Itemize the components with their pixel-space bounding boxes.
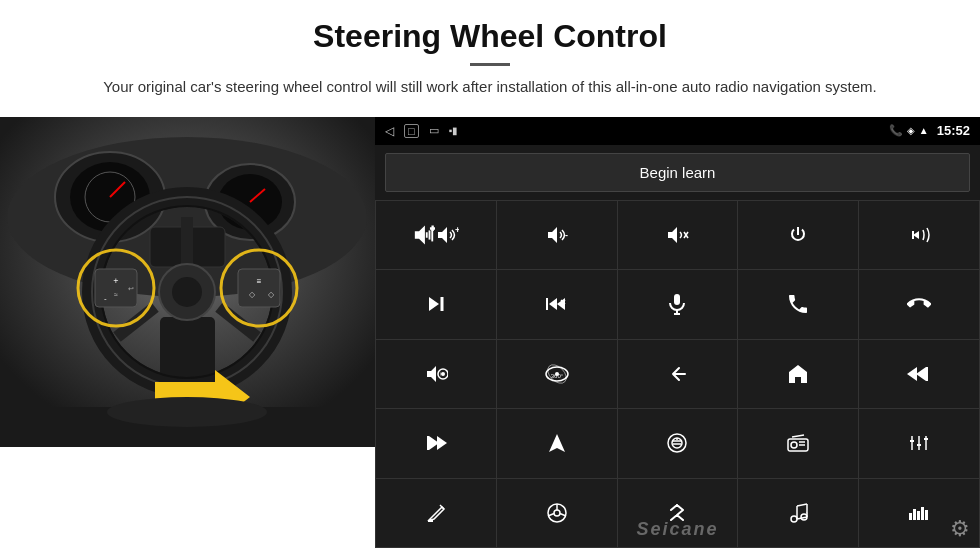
svg-text:-: - bbox=[565, 230, 568, 240]
svg-rect-102 bbox=[913, 509, 916, 520]
home-icon bbox=[786, 362, 810, 386]
svg-point-78 bbox=[791, 442, 797, 448]
status-left: ◁ □ ▭ ▪▮ bbox=[385, 124, 458, 138]
phone-prev-button[interactable] bbox=[859, 201, 979, 270]
hang-up-button[interactable] bbox=[859, 270, 979, 339]
eject-button[interactable] bbox=[618, 409, 738, 478]
360-button[interactable]: 360° bbox=[497, 340, 617, 409]
phone-call-icon bbox=[786, 292, 810, 316]
svg-rect-101 bbox=[909, 513, 912, 520]
eject-icon bbox=[665, 431, 689, 455]
svg-text:+: + bbox=[455, 225, 459, 235]
svg-marker-40 bbox=[548, 227, 557, 243]
radio-icon bbox=[786, 431, 810, 455]
fast-fwd-button[interactable] bbox=[376, 409, 496, 478]
hang-up-icon bbox=[907, 292, 931, 316]
eq-icon bbox=[907, 431, 931, 455]
svg-text:≡: ≡ bbox=[257, 277, 262, 286]
page-wrapper: Steering Wheel Control Your original car… bbox=[0, 0, 980, 548]
svg-text:↩: ↩ bbox=[128, 285, 134, 292]
svg-marker-71 bbox=[549, 434, 565, 452]
car-image-panel: + ≈ - ↩ ≡ ◇ ◇ bbox=[0, 117, 375, 447]
next-track-button[interactable] bbox=[376, 270, 496, 339]
mute-button[interactable] bbox=[618, 201, 738, 270]
svg-marker-69 bbox=[437, 436, 447, 450]
signal-icon: ▪▮ bbox=[449, 125, 459, 136]
svg-rect-104 bbox=[921, 507, 924, 520]
bluetooth-button[interactable] bbox=[618, 479, 738, 548]
music-button[interactable]: ♪ bbox=[738, 479, 858, 548]
back-nav-icon[interactable]: ◁ bbox=[385, 124, 394, 138]
home-nav-icon[interactable]: □ bbox=[404, 124, 419, 138]
svg-marker-38 bbox=[438, 227, 447, 243]
home-button[interactable] bbox=[738, 340, 858, 409]
recent-nav-icon[interactable]: ▭ bbox=[429, 124, 439, 137]
svg-point-94 bbox=[791, 516, 797, 522]
vol-down-icon: - bbox=[545, 223, 569, 247]
svg-marker-33 bbox=[416, 227, 424, 242]
pen-button[interactable] bbox=[376, 479, 496, 548]
svg-text:-: - bbox=[104, 294, 107, 303]
time-display: 15:52 bbox=[937, 123, 970, 138]
svg-marker-42 bbox=[668, 227, 677, 243]
content-section: + ≈ - ↩ ≡ ◇ ◇ bbox=[0, 117, 980, 549]
wifi-status-icon: ▲ bbox=[919, 125, 929, 136]
bluetooth-icon bbox=[665, 501, 689, 525]
svg-point-18 bbox=[172, 277, 202, 307]
svg-point-32 bbox=[107, 397, 267, 427]
settings-gear-icon[interactable]: ⚙ bbox=[950, 516, 970, 542]
header-section: Steering Wheel Control Your original car… bbox=[0, 0, 980, 109]
svg-point-59 bbox=[441, 372, 445, 376]
360-icon: 360° bbox=[543, 362, 571, 386]
car-interior: + ≈ - ↩ ≡ ◇ ◇ bbox=[0, 117, 375, 447]
svg-marker-65 bbox=[916, 367, 926, 381]
svg-line-97 bbox=[797, 504, 807, 506]
radio-button[interactable] bbox=[738, 409, 858, 478]
nav-icon bbox=[545, 431, 569, 455]
eq-button[interactable] bbox=[859, 409, 979, 478]
vol-up-icon: + bbox=[435, 223, 459, 247]
status-right: 📞 ◈ ▲ 15:52 bbox=[889, 123, 970, 138]
svg-rect-103 bbox=[917, 511, 920, 520]
next-track-icon bbox=[424, 292, 448, 316]
svg-rect-105 bbox=[925, 510, 928, 520]
vol-down-button[interactable]: - bbox=[497, 201, 617, 270]
head-unit-panel: ◁ □ ▭ ▪▮ 📞 ◈ ▲ 15:52 Begin learn bbox=[375, 117, 980, 549]
music-icon: ♪ bbox=[786, 501, 810, 525]
mic-icon bbox=[665, 292, 689, 316]
speaker-button[interactable] bbox=[376, 340, 496, 409]
begin-learn-button[interactable]: Begin learn bbox=[385, 153, 970, 192]
mic-button[interactable] bbox=[618, 270, 738, 339]
power-button[interactable] bbox=[738, 201, 858, 270]
svg-marker-47 bbox=[429, 297, 439, 311]
steering-button[interactable] bbox=[497, 479, 617, 548]
phone-status-icon: 📞 bbox=[889, 124, 903, 137]
speaker-icon bbox=[424, 362, 448, 386]
prev-chapter-icon bbox=[907, 362, 931, 386]
power-icon bbox=[786, 223, 810, 247]
begin-learn-row: Begin learn bbox=[375, 145, 980, 200]
prev-chapter-button[interactable] bbox=[859, 340, 979, 409]
svg-text:♪: ♪ bbox=[805, 510, 808, 516]
svg-marker-49 bbox=[549, 298, 557, 310]
equalizer2-icon bbox=[907, 501, 931, 525]
svg-marker-60 bbox=[440, 371, 441, 377]
vol-up-button[interactable]: + + bbox=[376, 201, 496, 270]
svg-rect-54 bbox=[674, 294, 680, 305]
controls-grid: + + - bbox=[375, 200, 980, 549]
phone-call-button[interactable] bbox=[738, 270, 858, 339]
location-status-icon: ◈ bbox=[907, 125, 915, 136]
svg-text:≈: ≈ bbox=[114, 291, 118, 298]
ff-prev-button[interactable] bbox=[497, 270, 617, 339]
steering-icon bbox=[545, 501, 569, 525]
svg-marker-57 bbox=[427, 366, 436, 382]
mute-icon bbox=[665, 223, 689, 247]
page-title: Steering Wheel Control bbox=[60, 18, 920, 55]
svg-point-90 bbox=[554, 510, 560, 516]
nav-button[interactable] bbox=[497, 409, 617, 478]
phone-prev-icon bbox=[905, 223, 933, 247]
ff-prev-icon bbox=[543, 292, 571, 316]
back-button[interactable] bbox=[618, 340, 738, 409]
svg-point-64 bbox=[555, 372, 559, 376]
steering-wheel-svg: + ≈ - ↩ ≡ ◇ ◇ bbox=[0, 117, 375, 447]
